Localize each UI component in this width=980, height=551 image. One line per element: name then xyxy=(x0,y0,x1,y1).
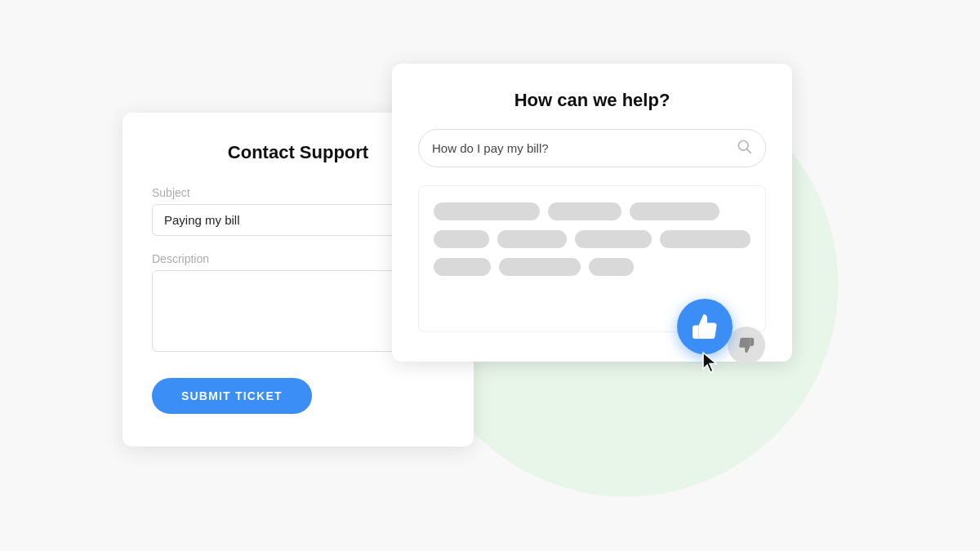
skeleton-pill xyxy=(630,202,719,220)
skeleton-pill xyxy=(434,230,489,248)
search-bar xyxy=(418,129,766,167)
skeleton-row-3 xyxy=(434,258,751,276)
search-icon xyxy=(736,138,752,158)
mouse-cursor xyxy=(700,351,723,374)
thumbs-down-button[interactable] xyxy=(728,327,765,364)
svg-line-1 xyxy=(747,149,751,153)
cards-container: Contact Support Subject Description SUBM… xyxy=(122,64,858,488)
skeleton-pill xyxy=(434,258,491,276)
skeleton-row-1 xyxy=(434,202,751,220)
submit-ticket-button[interactable]: SUBMIT TICKET xyxy=(152,378,312,414)
skeleton-pill xyxy=(499,258,581,276)
skeleton-pill xyxy=(434,202,540,220)
help-card: How can we help? xyxy=(392,64,792,362)
search-results-area xyxy=(418,185,766,332)
thumbs-up-icon xyxy=(690,312,719,341)
skeleton-pill xyxy=(497,230,567,248)
thumbs-up-button[interactable] xyxy=(677,299,733,354)
search-input[interactable] xyxy=(432,141,729,155)
help-card-title: How can we help? xyxy=(418,90,766,111)
skeleton-row-2 xyxy=(434,230,751,248)
skeleton-pill xyxy=(575,230,652,248)
skeleton-pill xyxy=(548,202,621,220)
svg-marker-2 xyxy=(703,353,716,372)
skeleton-pill xyxy=(660,230,751,248)
skeleton-pill xyxy=(589,258,634,276)
thumbs-down-icon xyxy=(737,336,755,354)
